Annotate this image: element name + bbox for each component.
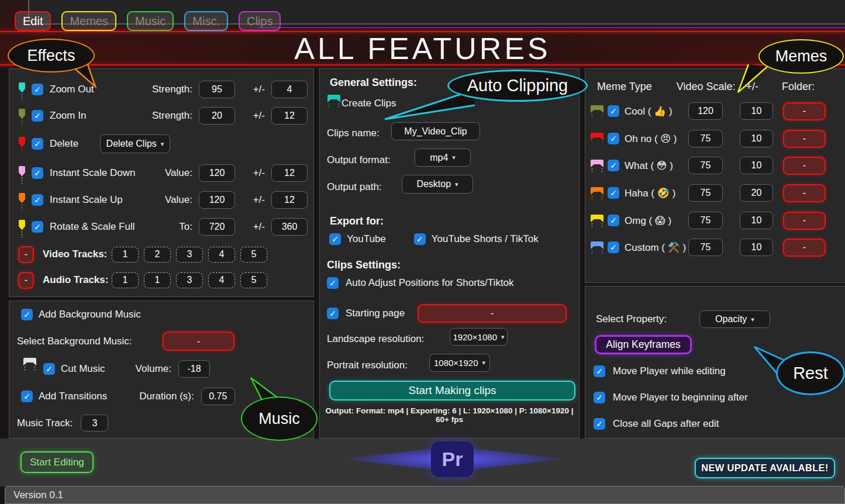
add-transitions-checkbox[interactable]: ✓ (21, 391, 33, 402)
output-format-select[interactable]: mp4▾ (415, 149, 471, 167)
zoom-out-checkbox[interactable]: ✓ (32, 84, 43, 95)
move-player-to-beginning-after-checkbox[interactable]: ✓ (594, 392, 605, 403)
effect-variance-input[interactable]: 360 (271, 218, 308, 236)
effect-value-input[interactable]: 720 (199, 218, 235, 236)
landscape-resolution-value: 1920×1080 (453, 332, 497, 342)
output-path-select[interactable]: Desktop▾ (402, 175, 473, 194)
move-player-while-editing-checkbox[interactable]: ✓ (594, 365, 605, 377)
starting-page-checkbox[interactable]: ✓ (327, 308, 339, 319)
volume-input[interactable]: -18 (178, 360, 210, 378)
meme-checkbox[interactable]: ✓ (608, 241, 619, 253)
effect-value-input[interactable]: 95 (199, 81, 235, 98)
clips-name-input[interactable]: My_Video_Clip (391, 122, 480, 140)
new-update-button[interactable]: NEW UPDATE AVAILABLE! (695, 458, 835, 478)
delete-checkbox[interactable]: ✓ (32, 138, 43, 150)
tab-edit[interactable]: Edit (15, 11, 51, 31)
zoom-in-checkbox[interactable]: ✓ (32, 110, 43, 122)
effect-value-input[interactable]: 20 (199, 107, 235, 125)
starting-page-button[interactable]: - (418, 304, 567, 323)
meme-variance-input[interactable]: 20 (740, 184, 773, 202)
video-tracks-input[interactable]: 5 (240, 247, 267, 263)
meme-scale-input[interactable]: 75 (688, 184, 723, 202)
meme-variance-input[interactable]: 10 (740, 212, 773, 229)
meme-folder-button[interactable]: - (783, 130, 826, 148)
start-editing-button[interactable]: Start Editing (20, 451, 94, 473)
effects-panel: ✓Zoom OutStrength:95+/-4✓Zoom InStrength… (9, 68, 314, 297)
instant-scale-up-checkbox[interactable]: ✓ (32, 194, 43, 206)
audio-tracks-input[interactable]: 3 (176, 272, 203, 288)
meme-variance-input[interactable]: 10 (740, 102, 773, 120)
audio-tracks-input[interactable]: 1 (144, 272, 171, 288)
video-tracks-input[interactable]: 1 (112, 247, 139, 263)
effect-value-input[interactable]: 120 (199, 164, 235, 182)
meme-folder-button[interactable]: - (783, 102, 826, 120)
tab-clips[interactable]: Clips (239, 11, 281, 31)
effect-variance-input[interactable]: 4 (271, 81, 308, 98)
tab-misc[interactable]: Misc. (184, 11, 228, 31)
delete-mode-select[interactable]: Delete Clips▾ (100, 134, 170, 153)
video-tracks-remove-button[interactable]: - (18, 246, 34, 263)
meme-variance-input[interactable]: 10 (740, 157, 773, 174)
meme-checkbox[interactable]: ✓ (608, 160, 619, 171)
meme-checkbox[interactable]: ✓ (608, 215, 619, 226)
select-background-music-button[interactable]: - (163, 332, 234, 351)
effect-variance-input[interactable]: 12 (271, 164, 308, 182)
audio-tracks-input[interactable]: 4 (208, 272, 235, 288)
effect-variance-input[interactable]: 12 (271, 191, 308, 209)
add-background-music-checkbox[interactable]: ✓ (21, 309, 33, 320)
cut-music-marker-icon (23, 357, 37, 375)
youtube-checkbox[interactable]: ✓ (329, 233, 341, 245)
output-format-value: mp4 (430, 153, 448, 163)
landscape-resolution-select[interactable]: 1920×1080▾ (450, 328, 508, 346)
marker-pin-icon (18, 82, 26, 103)
portrait-resolution-select[interactable]: 1080×1920▾ (429, 354, 490, 372)
audio-tracks-remove-button[interactable]: - (18, 272, 34, 289)
add-background-music-label: Add Background Music (39, 309, 141, 320)
video-scale-header: Video Scale: (677, 81, 736, 93)
meme-checkbox[interactable]: ✓ (608, 105, 619, 117)
meme-folder-button[interactable]: - (783, 212, 826, 230)
purple-accent-line (257, 27, 845, 28)
select-property-select[interactable]: Opacity▾ (699, 310, 770, 328)
cut-music-checkbox[interactable]: ✓ (43, 363, 55, 375)
effect-variance-input[interactable]: 12 (271, 107, 308, 125)
meme-checkbox[interactable]: ✓ (608, 133, 619, 144)
music-track-input[interactable]: 3 (81, 415, 108, 431)
instant-scale-down-checkbox[interactable]: ✓ (32, 167, 43, 179)
meme-variance-input[interactable]: 10 (740, 239, 773, 256)
chapter-marker-icon (590, 105, 604, 123)
meme-checkbox[interactable]: ✓ (608, 187, 619, 199)
auto-adjust-checkbox[interactable]: ✓ (327, 277, 339, 289)
marker-pin-icon (18, 165, 26, 187)
duration-input[interactable]: 0.75 (201, 388, 235, 405)
close-all-gaps-after-edit-checkbox[interactable]: ✓ (594, 418, 605, 430)
meme-folder-button[interactable]: - (783, 239, 826, 257)
meme-folder-button[interactable]: - (783, 157, 826, 175)
tab-music[interactable]: Music (127, 11, 174, 31)
youtube-label: YouTube (347, 233, 386, 245)
meme-variance-input[interactable]: 10 (740, 130, 773, 147)
audio-tracks-input[interactable]: 5 (240, 272, 267, 288)
effects-callout: Effects (8, 39, 95, 73)
audio-tracks-input[interactable]: 1 (112, 272, 139, 288)
meme-scale-input[interactable]: 75 (688, 212, 723, 229)
video-tracks-input[interactable]: 2 (144, 247, 171, 263)
premiere-pro-logo: Pr (431, 441, 474, 477)
meme-scale-input[interactable]: 75 (688, 130, 723, 147)
effect-value-input[interactable]: 120 (199, 191, 235, 209)
meme-scale-input[interactable]: 75 (688, 157, 723, 174)
align-keyframes-button[interactable]: Align Keyframes (595, 335, 692, 354)
youtube-shorts-checkbox[interactable]: ✓ (414, 233, 426, 245)
video-tracks-input[interactable]: 4 (208, 247, 235, 263)
meme-scale-input[interactable]: 120 (688, 102, 723, 120)
start-making-clips-button[interactable]: Start Making clips (329, 381, 575, 401)
tab-memes[interactable]: Memes (61, 11, 116, 31)
meme-scale-input[interactable]: 75 (688, 239, 723, 256)
video-tracks-input[interactable]: 3 (176, 247, 203, 263)
meme-folder-button[interactable]: - (783, 184, 826, 202)
effect-field-label: To: (143, 221, 192, 233)
red-divider-top (0, 31, 845, 32)
rotate-scale-full-checkbox[interactable]: ✓ (32, 221, 43, 233)
effect-label: Delete (50, 138, 92, 150)
plus-minus-label: +/- (253, 167, 265, 179)
